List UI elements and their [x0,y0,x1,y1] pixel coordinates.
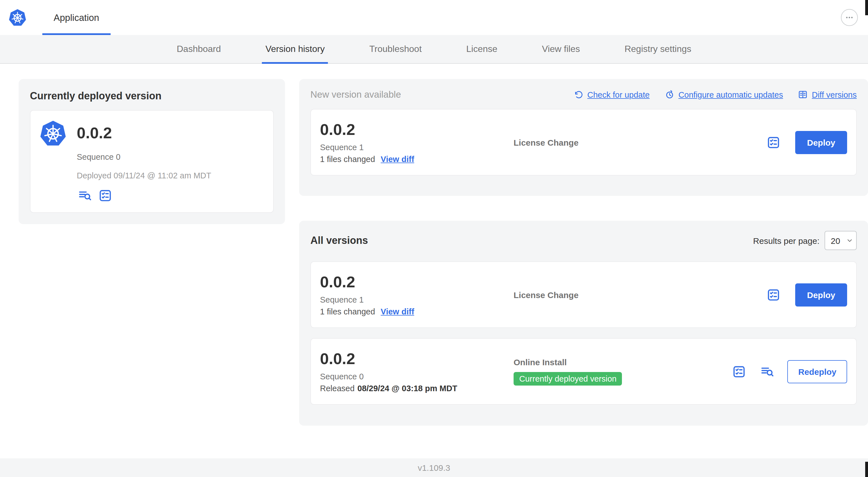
app-kubernetes-icon [39,120,67,147]
currently-deployed-title: Currently deployed version [30,90,274,102]
kubernetes-logo-icon [8,8,27,27]
configure-automatic-updates-link[interactable]: Configure automatic updates [665,90,783,99]
diff-versions-link[interactable]: Diff versions [798,90,857,99]
main-content: Currently deployed version [0,64,868,458]
new-version-section: New version available Check for update [299,79,868,196]
release-notes-icon [732,364,746,379]
new-version-title: New version available [310,89,401,100]
version-source: Online Install [514,357,731,367]
clock-arrow-icon [665,90,675,99]
app-header: Application [0,0,868,35]
current-version-sequence: Sequence 0 [77,152,264,161]
release-notes-icon [98,188,112,202]
files-changed-label: 1 files changed [320,155,375,164]
app-subnav: Dashboard Version history Troubleshoot L… [0,35,868,64]
version-actions: Check for update Configure automatic upd… [574,90,857,99]
app-version: v1.109.3 [417,463,450,473]
scrollbar-artifact [865,0,868,15]
release-notes-button[interactable] [766,287,782,303]
version-sequence: Sequence 1 [320,295,514,304]
release-notes-icon [767,135,781,149]
deploy-logs-icon [760,364,774,379]
all-versions-title: All versions [310,235,368,246]
pending-version-row: 0.0.2 Sequence 1 1 files changed View di… [310,109,857,176]
tab-license[interactable]: License [465,35,498,63]
results-per-page-label: Results per page: [753,236,819,245]
release-notes-button[interactable] [731,363,747,379]
files-changed-label: 1 files changed [320,307,375,316]
released-timestamp: Released 08/29/24 @ 03:18 pm MDT [320,384,514,393]
refresh-icon [574,90,583,99]
version-sequence: Sequence 1 [320,143,514,152]
version-source: License Change [514,138,766,147]
deploy-logs-icon [78,188,92,202]
version-number: 0.0.2 [320,121,514,139]
diff-icon [798,90,808,99]
app-tab-label: Application [54,12,99,23]
tab-registry-settings[interactable]: Registry settings [623,35,692,63]
release-notes-button[interactable] [97,187,113,203]
currently-deployed-card: Currently deployed version [19,79,285,224]
more-menu-button[interactable] [841,9,858,26]
current-version-number: 0.0.2 [77,124,112,142]
results-per-page: Results per page: 20 [753,231,857,250]
app-footer: v1.109.3 [0,458,868,477]
deployed-timestamp: Deployed 09/11/24 @ 11:02 am MDT [77,171,264,180]
results-per-page-select-wrap: 20 [825,231,857,250]
check-for-update-link[interactable]: Check for update [574,90,650,99]
currently-deployed-badge: Currently deployed version [514,372,622,386]
deploy-logs-button[interactable] [760,363,775,379]
scrollbar-artifact [865,462,868,477]
deploy-logs-button[interactable] [77,187,93,203]
release-notes-button[interactable] [766,135,782,150]
version-row: 0.0.2 Sequence 1 1 files changed View di… [310,261,857,328]
tab-application[interactable]: Application [42,0,110,35]
view-diff-link[interactable]: View diff [381,307,414,316]
subnav-tabs: Dashboard Version history Troubleshoot L… [0,35,868,63]
ellipsis-icon [844,12,855,23]
current-version-actions [77,187,264,203]
view-diff-link[interactable]: View diff [381,155,414,164]
right-column: New version available Check for update [299,79,868,426]
results-per-page-select[interactable]: 20 [825,231,857,250]
left-column: Currently deployed version [19,79,285,224]
all-versions-section: All versions Results per page: 20 [299,221,868,426]
deploy-button[interactable]: Deploy [795,283,847,306]
version-sequence: Sequence 0 [320,372,514,381]
redeploy-button[interactable]: Redeploy [787,360,847,383]
tab-view-files[interactable]: View files [541,35,581,63]
current-version-card: 0.0.2 Sequence 0 Deployed 09/11/24 @ 11:… [30,110,274,213]
version-row: 0.0.2 Sequence 0 Released 08/29/24 @ 03:… [310,338,857,405]
version-number: 0.0.2 [320,350,514,368]
deploy-button[interactable]: Deploy [795,131,847,154]
version-source: License Change [514,290,766,299]
tab-dashboard[interactable]: Dashboard [176,35,222,63]
release-notes-icon [767,288,781,302]
tab-version-history[interactable]: Version history [265,35,326,63]
version-number: 0.0.2 [320,273,514,291]
tab-troubleshoot[interactable]: Troubleshoot [368,35,423,63]
